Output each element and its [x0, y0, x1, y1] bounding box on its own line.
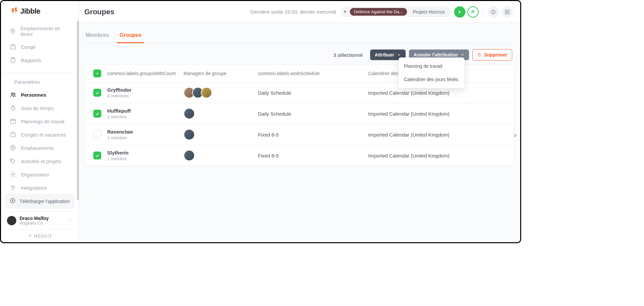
manager-avatars [184, 129, 251, 140]
help-button[interactable] [488, 6, 499, 18]
chevron-down-icon [460, 53, 464, 57]
clock-in-button[interactable] [454, 6, 465, 18]
collapse-label: RÉDUIT [34, 234, 52, 239]
nav-label: Intégrations [21, 185, 47, 191]
nav-work-schedules[interactable]: Plannings de travail [1, 115, 79, 128]
expand-panel-icon[interactable] [512, 133, 518, 140]
nav-leave[interactable]: Congé [1, 40, 79, 53]
svg-point-17 [493, 13, 493, 13]
user-menu[interactable]: Draco Malfoy Hogwarts Co [1, 211, 79, 230]
settings-button[interactable] [502, 6, 513, 18]
content: Membres Groupes 3 sélectionné Attribuer … [79, 23, 520, 242]
svg-rect-1 [11, 46, 16, 49]
collapse-sidebar-button[interactable]: RÉDUIT [1, 230, 79, 242]
nav-label: Suivi du temps [21, 105, 53, 111]
col-managers: Managers de groupe [180, 71, 255, 76]
nav-live-locations[interactable]: Emplacements en direct [1, 22, 79, 40]
nav-activities[interactable]: Activités et projets [1, 154, 79, 168]
svg-rect-8 [11, 133, 16, 137]
download-app-button[interactable]: Télécharger l'application [5, 194, 75, 209]
unassign-dropdown: Planning de travail Calendrier des jours… [399, 57, 464, 88]
manager-avatars [184, 150, 251, 161]
group-name: Gryffindor [107, 87, 177, 93]
svg-rect-21 [508, 12, 509, 14]
logo[interactable]: Jibble [1, 1, 79, 20]
trash-icon [477, 53, 481, 57]
nav-time-tracking[interactable]: Suivi du temps [1, 101, 79, 115]
table-row[interactable]: Slytherin 1 membre Fixed 8-5 Imported Ca… [85, 145, 514, 166]
delete-label: Supprimer [484, 52, 507, 57]
tab-members[interactable]: Membres [85, 30, 110, 43]
activity-chip: Defence Against the Da... [350, 8, 407, 16]
group-members-count: 1 membre [107, 156, 177, 161]
nav-leave-holidays[interactable]: Congés et vacances [1, 128, 79, 141]
row-checkbox[interactable] [93, 152, 101, 159]
nav-integrations[interactable]: Intégrations [1, 181, 79, 191]
group-members-count: 1 membre [107, 114, 177, 119]
svg-rect-18 [505, 10, 507, 12]
dropdown-item-work-schedule[interactable]: Planning de travail [399, 59, 464, 73]
col-schedule: common.labels.workSchedule [255, 71, 365, 76]
svg-point-5 [14, 93, 15, 95]
nav-label: Emplacements [21, 145, 54, 151]
location-icon [10, 28, 16, 35]
divider [483, 7, 483, 17]
add-member-button[interactable] [467, 6, 479, 18]
page-title: Groupes [84, 8, 114, 16]
table-row[interactable]: Ravenclaw 1 membre Fixed 8-5 Imported Ca… [85, 124, 514, 145]
nav-label: Congés et vacances [21, 132, 66, 138]
tab-groups[interactable]: Groupes [119, 30, 142, 43]
svg-rect-7 [11, 119, 16, 124]
chevron-down-icon [397, 53, 401, 57]
row-checkbox[interactable] [93, 110, 101, 118]
nav-people[interactable]: Personnes [1, 88, 79, 101]
avatar [184, 150, 195, 161]
row-calendar: Imported Calendar (United Kingdom) [365, 90, 514, 96]
nav-locations[interactable]: Emplacements [1, 141, 79, 154]
svg-point-9 [12, 147, 14, 148]
play-small-icon [343, 9, 347, 15]
row-checkbox[interactable] [93, 89, 101, 97]
delete-button[interactable]: Supprimer [472, 49, 512, 60]
user-avatar [7, 216, 16, 225]
nav-label: Organisation [21, 172, 49, 177]
avatar [201, 87, 212, 98]
tracking-pill[interactable]: Defence Against the Da... Project Horcru… [341, 7, 451, 17]
svg-point-4 [11, 93, 13, 94]
select-all-checkbox[interactable] [93, 69, 101, 77]
briefcase-icon [10, 131, 16, 138]
table-row[interactable]: Hufflepuff 1 membre Daily Schedule Impor… [85, 103, 514, 124]
svg-marker-14 [459, 10, 461, 13]
svg-marker-13 [344, 10, 347, 13]
logo-text: Jibble [20, 7, 40, 16]
avatar [184, 108, 195, 119]
group-name: Hufflepuff [107, 108, 177, 114]
briefcase-icon [10, 44, 16, 50]
chevron-right-icon [68, 218, 73, 224]
assign-label: Attribuer [375, 52, 394, 57]
user-org: Hogwarts Co [20, 221, 65, 226]
download-label: Télécharger l'application [20, 199, 70, 204]
chevron-double-left-icon [28, 233, 32, 239]
nav-reports[interactable]: Rapports [1, 53, 79, 67]
tag-icon [10, 158, 16, 164]
dropdown-item-holiday-calendar[interactable]: Calendrier des jours fériés [399, 73, 464, 86]
nav-label: Activités et projets [21, 158, 61, 164]
nav-settings-header[interactable]: Paramètres [1, 72, 79, 88]
avatar [184, 129, 195, 140]
download-icon [10, 198, 16, 205]
location-icon [10, 145, 16, 151]
svg-rect-20 [505, 12, 507, 14]
row-checkbox[interactable] [93, 130, 101, 138]
svg-point-11 [12, 174, 14, 175]
tabs: Membres Groupes [85, 30, 514, 43]
row-calendar: Imported Calendar (United Kingdom) [365, 153, 514, 158]
row-calendar: Imported Calendar (United Kingdom) [365, 111, 514, 117]
row-schedule: Fixed 8-5 [255, 153, 365, 158]
user-name: Draco Malfoy [20, 216, 65, 221]
nav-organization[interactable]: Organisation [1, 168, 79, 181]
topbar: Groupes Dernière sortie 15:20, dernier m… [79, 1, 520, 23]
project-chip: Project Horcrux [410, 9, 448, 15]
nav-label: Congé [21, 44, 36, 50]
selected-count: 3 sélectionné [333, 52, 362, 58]
